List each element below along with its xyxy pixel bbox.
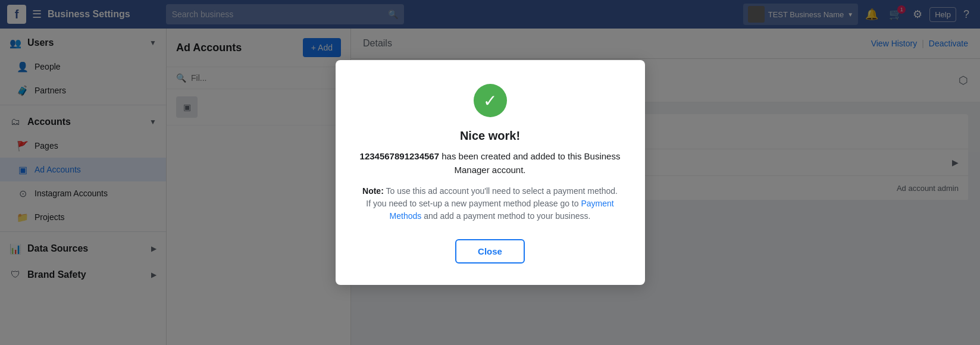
modal-account-id: 1234567891234567 xyxy=(360,151,439,161)
modal-note: Note: To use this ad account you'll need… xyxy=(359,185,621,222)
modal-note-text: To use this ad account you'll need to se… xyxy=(366,186,618,208)
modal-body: 1234567891234567 has been created and ad… xyxy=(359,150,621,177)
modal-title: Nice work! xyxy=(359,129,621,143)
success-icon: ✓ xyxy=(474,84,507,117)
modal-note-text-2: and add a payment method to your busines… xyxy=(424,211,590,221)
success-modal: ✓ Nice work! 1234567891234567 has been c… xyxy=(336,60,645,285)
modal-body-text: has been created and added to this Busin… xyxy=(442,151,620,175)
modal-close-button[interactable]: Close xyxy=(455,239,525,264)
modal-overlay: ✓ Nice work! 1234567891234567 has been c… xyxy=(0,0,980,345)
modal-note-label: Note: xyxy=(362,186,384,196)
